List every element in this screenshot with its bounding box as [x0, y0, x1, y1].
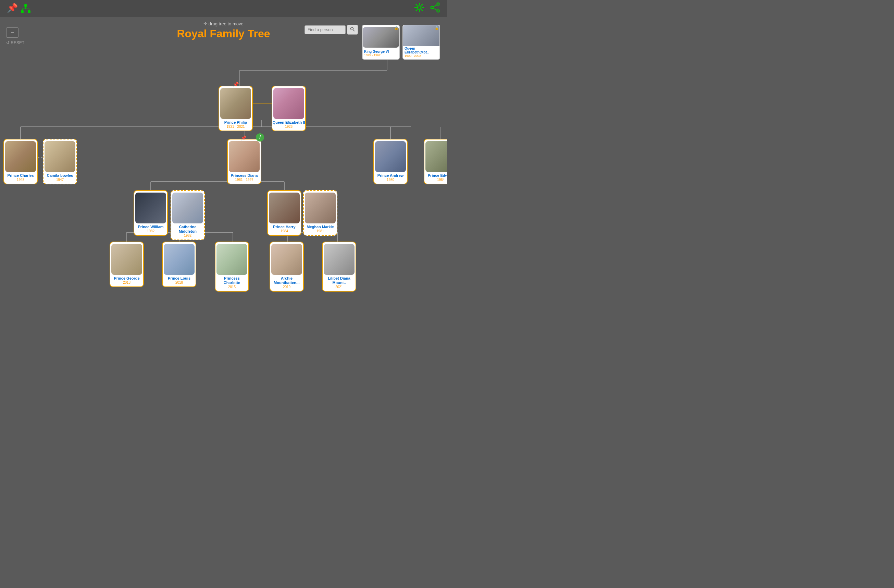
sidebar-card-king-george6[interactable]: 🔒 King George VI 1895 - 1962 [362, 25, 400, 60]
prince-harry-years: 1984 [268, 229, 301, 233]
family-tree-icon[interactable]: 📌 [7, 3, 31, 14]
sidebar-card-queen-mother[interactable]: 🔒 Queen Elizabeth(Mot.. 1900 - 2002 [402, 25, 440, 60]
svg-line-14 [353, 30, 355, 32]
search-icon [350, 27, 355, 32]
person-card-princess-charlotte[interactable]: Princess Charlotte 2015 [215, 242, 249, 292]
princess-diana-photo [229, 141, 260, 172]
prince-charles-years: 1948 [4, 178, 37, 181]
queen-mother-name: Queen Elizabeth(Mot.. [405, 47, 438, 54]
archie-mountbatten-photo [271, 244, 302, 275]
catherine-middleton-photo [172, 193, 203, 224]
prince-philip-years: 1921 - 2021 [219, 125, 252, 128]
queen-mother-years: 1900 - 2002 [405, 54, 438, 57]
queen-elizabeth2-years: 1926 [272, 125, 305, 128]
sidebar-king-george6-info: King George VI 1895 - 1962 [363, 49, 399, 58]
pin-icon-diana: 📌 [241, 135, 246, 141]
share-icon[interactable] [430, 2, 440, 15]
person-card-archie-mountbatten[interactable]: Archie Mountbatten-.. 2019 [270, 242, 304, 292]
prince-harry-photo [269, 193, 300, 224]
search-button[interactable] [347, 25, 358, 35]
svg-point-9 [431, 6, 433, 9]
person-card-prince-andrew[interactable]: Prince Andrew 1980 [373, 139, 408, 184]
sidebar-queen-mother-info: Queen Elizabeth(Mot.. 1900 - 2002 [403, 46, 439, 59]
prince-philip-name: Prince Philip [219, 120, 252, 125]
svg-point-8 [437, 3, 439, 5]
prince-louis-name: Prince Louis [163, 276, 196, 281]
camilla-bowles-years: 1947 [44, 178, 76, 181]
search-input[interactable] [305, 25, 346, 34]
camilla-bowles-photo [45, 141, 76, 172]
prince-andrew-years: 1980 [374, 178, 407, 181]
prince-william-name: Prince William [134, 225, 167, 229]
queen-elizabeth2-photo [273, 88, 304, 119]
lilibet-diana-name: Lilibet Diana Mount.. [323, 276, 356, 285]
svg-point-10 [437, 10, 439, 12]
king-george6-name: King George VI [364, 50, 398, 53]
person-card-prince-louis[interactable]: Prince Louis 2018 [162, 242, 196, 287]
person-card-prince-george[interactable]: Prince George 2013 [110, 242, 144, 287]
person-card-princess-diana[interactable]: i 📌 Princess Diana 1961 - 1997 [227, 139, 261, 184]
lilibet-diana-photo [324, 244, 355, 275]
prince-andrew-photo [375, 141, 406, 172]
svg-point-7 [418, 6, 421, 9]
pin-icon-philip: 📌 [233, 82, 239, 87]
svg-line-11 [433, 5, 437, 7]
princess-charlotte-photo [216, 244, 247, 275]
prince-george-photo [111, 244, 142, 275]
tree-title: Royal Family Tree [177, 27, 270, 40]
person-card-lilibet-diana[interactable]: Lilibet Diana Mount.. 2021 [322, 242, 356, 292]
reset-button[interactable]: ↺ RESET [6, 41, 24, 45]
person-card-prince-william[interactable]: Prince William 1982 [134, 190, 168, 236]
person-card-prince-charles[interactable]: Prince Charles 1948 [3, 139, 38, 184]
camilla-bowles-name: Camila bowles [44, 173, 76, 178]
person-card-queen-elizabeth2[interactable]: Queen Elizabeth II 1926 [272, 86, 306, 131]
meghan-markle-name: Meghan Markle [304, 225, 337, 229]
drag-hint: ✛ drag tree to move [204, 21, 243, 26]
prince-george-name: Prince George [110, 276, 143, 281]
svg-rect-1 [21, 10, 24, 13]
prince-william-years: 1982 [134, 229, 167, 233]
prince-charles-photo [5, 141, 36, 172]
princess-diana-name: Princess Diana [228, 173, 261, 178]
svg-line-12 [433, 8, 437, 10]
archie-mountbatten-name: Archie Mountbatten-.. [270, 276, 303, 285]
queen-mother-photo [403, 25, 439, 46]
person-card-prince-philip[interactable]: 📌 Prince Philip 1921 - 2021 [219, 86, 253, 131]
prince-george-years: 2013 [110, 281, 143, 284]
info-badge-diana[interactable]: i [256, 133, 264, 142]
lock-icon-2: 🔒 [435, 26, 439, 30]
toolbar-left: 📌 [7, 3, 31, 14]
person-card-meghan-markle[interactable]: Meghan Markle 1981 [303, 190, 337, 236]
prince-edward-years: 1964 [424, 178, 447, 181]
svg-rect-2 [28, 10, 30, 13]
princess-diana-years: 1961 - 1997 [228, 178, 261, 181]
zoom-controls: − ↺ RESET [6, 27, 24, 45]
princess-charlotte-name: Princess Charlotte [216, 276, 248, 285]
person-card-prince-harry[interactable]: Prince Harry 1984 [267, 190, 301, 236]
meghan-markle-years: 1981 [304, 229, 337, 233]
prince-william-photo [135, 193, 166, 224]
princess-charlotte-years: 2015 [216, 285, 248, 289]
prince-louis-years: 2018 [163, 281, 196, 284]
toolbar-right [414, 2, 440, 15]
sidebar-cards: 🔒 King George VI 1895 - 1962 🔒 Queen Eli… [362, 25, 440, 60]
svg-point-13 [351, 27, 353, 30]
prince-edward-photo [426, 141, 447, 172]
king-george6-photo [363, 27, 399, 48]
person-card-prince-edward[interactable]: Prince Edward 1964 [424, 139, 447, 184]
tree-canvas[interactable]: ✛ drag tree to move Royal Family Tree − … [0, 17, 447, 294]
person-card-catherine-middleton[interactable]: Catherine Middleton 1982 [171, 190, 205, 240]
prince-harry-name: Prince Harry [268, 225, 301, 229]
prince-charles-name: Prince Charles [4, 173, 37, 178]
prince-andrew-name: Prince Andrew [374, 173, 407, 178]
zoom-out-button[interactable]: − [6, 27, 18, 38]
prince-louis-photo [164, 244, 195, 275]
settings-icon[interactable] [414, 2, 424, 15]
svg-rect-0 [24, 4, 27, 7]
meghan-markle-photo [305, 193, 336, 224]
prince-edward-name: Prince Edward [424, 173, 447, 178]
catherine-middleton-name: Catherine Middleton [171, 225, 204, 234]
toolbar: 📌 [0, 0, 447, 17]
person-card-camilla-bowles[interactable]: Camila bowles 1947 [43, 139, 77, 184]
lock-icon: 🔒 [394, 26, 399, 30]
